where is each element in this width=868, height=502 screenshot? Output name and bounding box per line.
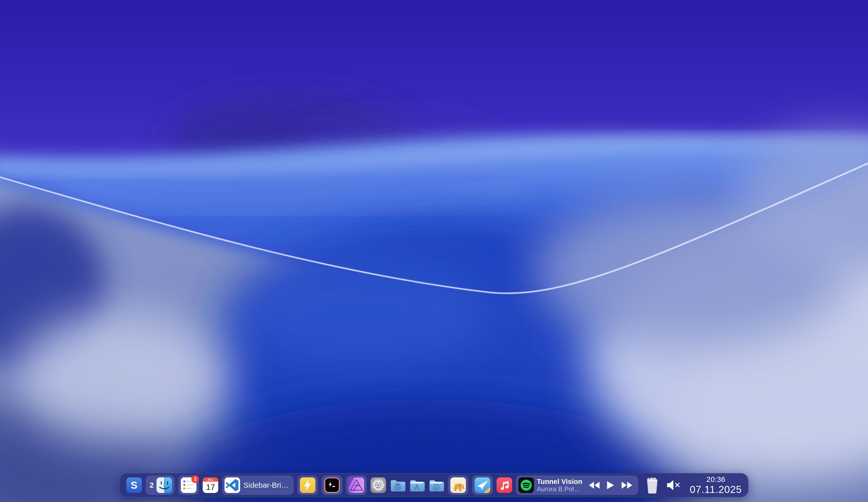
calendar-month: JUL — [207, 478, 214, 481]
track-title: Tunnel Vision — [537, 478, 582, 485]
folder-applications-icon[interactable] — [409, 478, 425, 493]
trash-full-icon[interactable] — [645, 477, 659, 494]
calendar-day: 17 — [206, 483, 215, 492]
playback-controls — [585, 481, 636, 489]
clock-widget[interactable]: 20:36 07.11.2025 — [689, 475, 742, 495]
calendar-icon[interactable]: JUL 17 — [203, 478, 218, 493]
now-playing-widget[interactable]: Tunnel Vision Aurora B.Pol… — [516, 475, 638, 495]
folder-stack-icon[interactable] — [390, 478, 405, 493]
vscode-window-group[interactable]: Sidebar-Bri… — [222, 475, 293, 495]
dock-tail: 20:36 07.11.2025 — [645, 475, 742, 495]
forward-button[interactable] — [622, 482, 632, 489]
dock-container: S 2 — [0, 473, 868, 497]
now-playing-text: Tunnel Vision Aurora B.Pol… — [537, 478, 582, 493]
volume-muted-icon[interactable] — [666, 479, 682, 491]
spotify-icon[interactable] — [518, 478, 534, 493]
affinity-photo-icon[interactable] — [349, 478, 364, 493]
s-app-letter: S — [131, 480, 137, 491]
finder-window-group[interactable]: 2 — [146, 475, 175, 495]
system-settings-icon[interactable] — [371, 478, 386, 493]
folder-downloads-icon[interactable] — [428, 478, 444, 493]
postico-icon[interactable] — [450, 478, 466, 493]
lightning-app-icon[interactable] — [300, 478, 316, 493]
finder-icon[interactable] — [156, 478, 172, 493]
play-button[interactable] — [607, 481, 614, 489]
clock-time: 20:36 — [706, 475, 725, 484]
dock: S 2 — [120, 473, 749, 497]
vscode-icon[interactable] — [225, 478, 240, 493]
spark-mail-group[interactable] — [472, 475, 493, 495]
reminders-badge: 2 — [192, 475, 199, 483]
desktop-wallpaper — [0, 0, 868, 502]
vscode-window-title: Sidebar-Bri… — [243, 481, 291, 490]
warp-terminal-icon[interactable] — [324, 478, 340, 493]
reminders-icon[interactable]: 2 — [181, 478, 196, 493]
postico-group[interactable] — [448, 475, 468, 495]
track-artist: Aurora B.Pol… — [537, 485, 582, 493]
affinity-photo-group[interactable] — [346, 475, 367, 495]
clock-date: 07.11.2025 — [690, 484, 742, 495]
spark-mail-icon[interactable] — [475, 478, 490, 493]
warp-terminal-group[interactable] — [322, 475, 342, 495]
s-app-icon[interactable]: S — [126, 478, 142, 493]
rewind-button[interactable] — [589, 482, 600, 489]
window-count-badge: 2 — [148, 481, 154, 490]
reminders-group[interactable]: 2 — [178, 475, 199, 495]
lightning-app-group[interactable] — [297, 475, 318, 495]
apple-music-icon[interactable] — [497, 478, 512, 493]
